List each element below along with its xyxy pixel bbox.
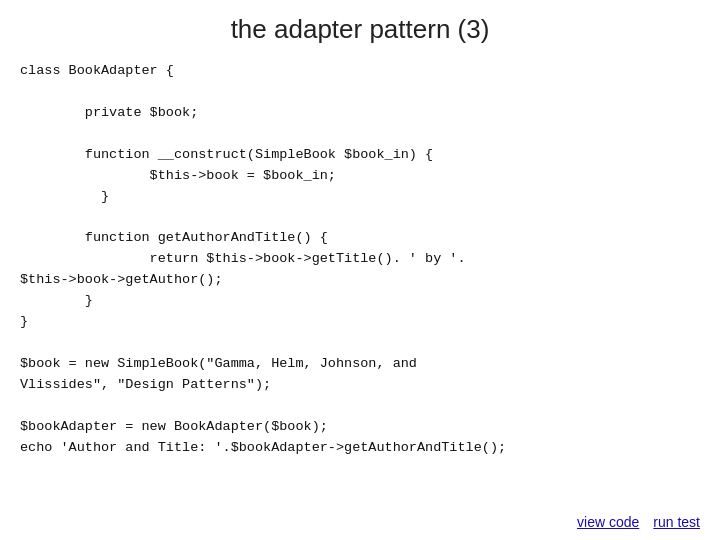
page-container: the adapter pattern (3) class BookAdapte…: [0, 0, 720, 540]
view-code-link[interactable]: view code: [577, 514, 639, 530]
page-title: the adapter pattern (3): [20, 14, 700, 45]
footer: view code run test: [20, 508, 700, 530]
run-test-link[interactable]: run test: [653, 514, 700, 530]
code-block: class BookAdapter { private $book; funct…: [20, 61, 700, 508]
